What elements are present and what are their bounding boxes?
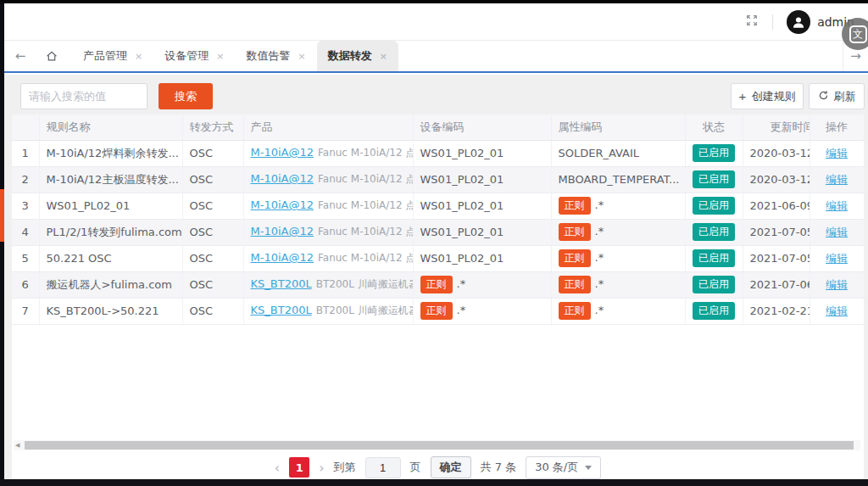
create-rule-label: 创建规则 [751, 89, 795, 104]
device-code-cell: WS01_PL02_01 [413, 166, 551, 193]
updated-time-cell: 2021-02-21 1 [743, 298, 810, 324]
goto-page-input[interactable] [365, 457, 401, 478]
action-cell: 编辑 [810, 193, 864, 219]
product-link[interactable]: M-10iA@12 [251, 146, 314, 159]
edit-link[interactable]: 编辑 [826, 226, 848, 238]
search-input[interactable] [20, 83, 147, 109]
horizontal-scrollbar[interactable]: ◀ [14, 440, 860, 450]
refresh-icon [818, 90, 829, 103]
column-header: 转发方式 [182, 115, 243, 140]
rule-name-cell: 搬运机器人>fulima.com [39, 271, 182, 298]
tab-label: 产品管理 [83, 48, 127, 64]
code-text: WS01_PL02_01 [420, 252, 504, 265]
create-rule-button[interactable]: + 创建规则 [731, 83, 804, 109]
status-badge: 已启用 [693, 197, 735, 214]
refresh-button[interactable]: 刷新 [809, 83, 865, 109]
product-link[interactable]: KS_BT200L [251, 277, 312, 290]
action-cell: 编辑 [810, 298, 864, 324]
tab-item[interactable]: 设备管理× [153, 41, 235, 71]
column-header: 更新时间 [743, 115, 810, 140]
page-size-select[interactable]: 30 条/页 [526, 456, 601, 479]
product-description: BT200L 川崎搬运机器人 [316, 304, 413, 316]
tab-close-icon[interactable]: × [216, 51, 224, 62]
edit-link[interactable]: 编辑 [826, 147, 848, 159]
page-number-active[interactable]: 1 [289, 457, 309, 478]
rule-name-cell: 50.221 OSC [39, 245, 182, 271]
updated-time-cell: 2021-07-05 1 [743, 245, 810, 271]
tab-item[interactable]: 数据转发× [317, 41, 398, 71]
product-cell: KS_BT200LBT200L 川崎搬运机器人 [243, 271, 413, 298]
product-link[interactable]: KS_BT200L [251, 304, 312, 316]
product-link[interactable]: M-10iA@12 [251, 172, 314, 185]
scrollbar-left-arrow[interactable]: ◀ [15, 441, 19, 450]
forward-method-cell: OSC [182, 193, 243, 219]
product-cell: M-10iA@12Fanuc M-10iA/12 点焊机... [243, 140, 413, 166]
tab-item[interactable]: 产品管理× [72, 41, 153, 71]
action-cell: 编辑 [810, 271, 864, 298]
rule-name-cell: PL1/2/1转发到fulima.com [39, 219, 182, 245]
sidebar-active-indicator [0, 189, 4, 242]
column-header: 状态 [685, 115, 743, 140]
home-icon[interactable] [36, 49, 67, 63]
rules-panel: 规则名称转发方式产品设备编码属性编码状态更新时间操作 1M-10iA/12焊料剩… [12, 115, 864, 479]
table-header-row: 规则名称转发方式产品设备编码属性编码状态更新时间操作 [12, 115, 864, 140]
code-text: WS01_PL02_01 [420, 147, 504, 159]
table-row: 7KS_BT200L->50.221OSCKS_BT200LBT200L 川崎搬… [12, 298, 864, 324]
edit-link[interactable]: 编辑 [826, 304, 848, 317]
rule-name-cell: KS_BT200L->50.221 [39, 298, 182, 324]
pagination: ‹ 1 › 到第 页 确定 共 7 条 30 条/页 [12, 455, 864, 479]
device-code-cell: WS01_PL02_01 [413, 245, 551, 271]
regex-badge: 正则 [559, 302, 591, 319]
tab-close-icon[interactable]: × [135, 51, 142, 62]
user-avatar-icon [787, 10, 810, 34]
row-index-cell: 2 [12, 166, 39, 193]
prev-page-icon[interactable]: ‹ [275, 460, 280, 476]
tab-label: 数值告警 [246, 48, 290, 64]
product-cell: M-10iA@12Fanuc M-10iA/12 点焊机... [243, 245, 413, 271]
fullscreen-icon[interactable] [745, 14, 759, 31]
pattern-text: .* [457, 277, 466, 290]
code-text: SOLDER_AVAIL [559, 147, 640, 159]
updated-time-cell: 2021-07-05 1 [743, 219, 810, 245]
translate-overlay-button[interactable]: 文 [842, 18, 868, 50]
tab-close-icon[interactable]: × [298, 51, 305, 62]
table-row: 1M-10iA/12焊料剩余转发...OSCM-10iA@12Fanuc M-1… [12, 140, 864, 166]
status-badge: 已启用 [693, 302, 735, 319]
code-text: MBOARD_TEMPERAT... [559, 173, 680, 186]
next-page-icon[interactable]: › [319, 460, 324, 476]
header-bar: admin [4, 3, 868, 41]
table-body: 1M-10iA/12焊料剩余转发...OSCM-10iA@12Fanuc M-1… [12, 140, 864, 324]
confirm-button[interactable]: 确定 [431, 456, 471, 478]
page-unit-label: 页 [410, 460, 421, 475]
tab-close-icon[interactable]: × [380, 51, 387, 62]
tab-label: 设备管理 [164, 48, 209, 64]
scrollbar-thumb[interactable] [25, 441, 854, 450]
plus-icon: + [739, 89, 747, 103]
edit-link[interactable]: 编辑 [826, 252, 848, 265]
regex-badge: 正则 [420, 276, 453, 293]
product-link[interactable]: M-10iA@12 [251, 225, 314, 237]
tabs-back-arrow[interactable]: ← [4, 48, 36, 64]
edit-link[interactable]: 编辑 [826, 173, 848, 186]
row-index-cell: 6 [12, 271, 39, 298]
device-code-cell: 正则.* [413, 271, 551, 298]
product-description: Fanuc M-10iA/12 点焊机... [318, 173, 413, 185]
product-cell: M-10iA@12Fanuc M-10iA/12 点焊机... [243, 219, 413, 245]
pattern-text: .* [457, 304, 466, 316]
forward-method-cell: OSC [182, 245, 243, 271]
column-header: 操作 [810, 115, 864, 140]
row-index-cell: 3 [12, 193, 39, 219]
updated-time-cell: 2021-07-06 0 [743, 271, 810, 298]
edit-link[interactable]: 编辑 [826, 199, 848, 212]
status-cell: 已启用 [685, 166, 743, 193]
status-badge: 已启用 [693, 276, 735, 293]
product-link[interactable]: M-10iA@12 [251, 251, 314, 264]
product-link[interactable]: M-10iA@12 [251, 198, 314, 211]
search-button[interactable]: 搜索 [159, 83, 213, 109]
forward-method-cell: OSC [182, 166, 243, 193]
product-description: Fanuc M-10iA/12 点焊机... [318, 199, 413, 211]
action-cell: 编辑 [810, 219, 864, 245]
edit-link[interactable]: 编辑 [826, 278, 848, 291]
window-bottom-edge [0, 479, 868, 486]
tab-item[interactable]: 数值告警× [235, 41, 316, 71]
